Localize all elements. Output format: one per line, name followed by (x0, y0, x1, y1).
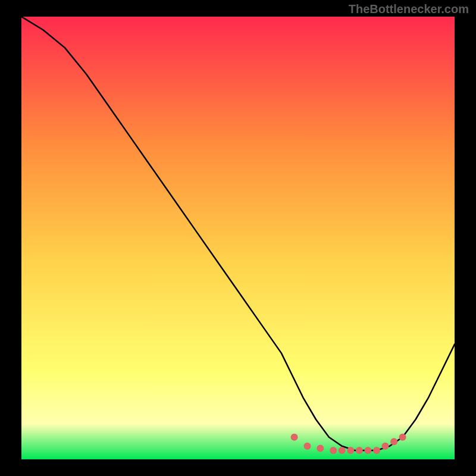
optimal-dot (356, 447, 363, 454)
chart-frame: TheBottlenecker.com (0, 0, 476, 476)
optimal-dot (304, 443, 311, 450)
optimal-dot (373, 447, 380, 454)
plot-svg (21, 17, 455, 459)
optimal-dot (364, 447, 371, 454)
optimal-dot (339, 447, 346, 454)
optimal-dot (317, 444, 324, 452)
optimal-dot (291, 434, 298, 441)
optimal-dot (382, 443, 389, 450)
watermark-text: TheBottlenecker.com (349, 2, 469, 16)
optimal-dot (390, 438, 397, 445)
optimal-dot (330, 447, 337, 454)
gradient-background (21, 17, 455, 459)
optimal-dot (347, 447, 354, 454)
plot-area (21, 17, 455, 459)
optimal-dot (399, 434, 406, 441)
